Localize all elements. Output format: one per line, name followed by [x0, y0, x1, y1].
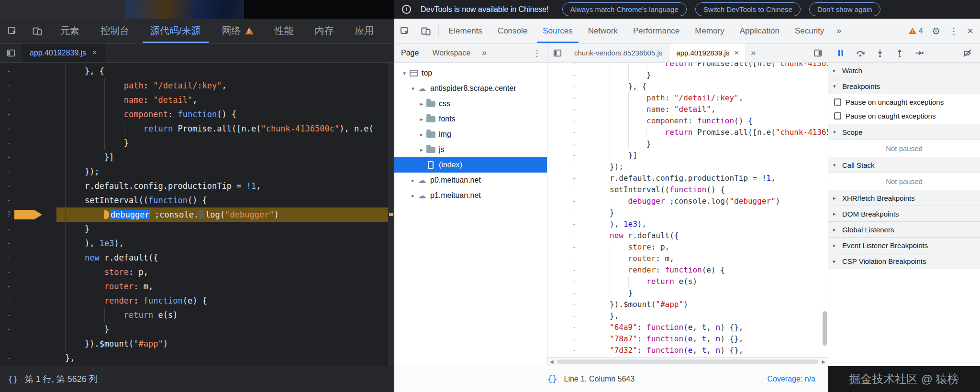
line-gutter[interactable]: - [0, 308, 56, 322]
navigator-overflow-icon[interactable]: » [477, 48, 491, 58]
code-line-7[interactable]: -return Promise.all([n.e("chunk-4136500c… [547, 127, 828, 138]
infobar-button-2[interactable]: Don't show again [809, 2, 880, 16]
line-gutter[interactable]: - [0, 164, 56, 179]
pause-button[interactable] [836, 48, 846, 58]
chevron-right-icon[interactable]: ▸ [417, 131, 426, 138]
navigator-toggle-icon[interactable] [547, 44, 568, 62]
line-gutter[interactable]: - [547, 196, 610, 207]
code-line-5[interactable]: -name: "detail", [547, 104, 828, 115]
code-line-17[interactable]: -store: p, [547, 241, 828, 253]
left-tab-1[interactable]: 控制台 [90, 19, 140, 43]
code-line-1[interactable]: -}, { [0, 64, 394, 78]
code-line-15[interactable]: -store: p, [0, 265, 394, 279]
navigator-menu-icon[interactable]: ⋮ [527, 48, 547, 58]
tab-workspace[interactable]: Workspace [425, 44, 477, 62]
right-tab-1[interactable]: Console [490, 19, 535, 43]
horizontal-scrollbar-thumb[interactable] [557, 359, 819, 364]
scroll-left-arrow[interactable]: ◀ [550, 359, 554, 364]
tree-item-p1-meituan-net[interactable]: ▸☁p1.meituan.net [394, 188, 547, 203]
line-gutter[interactable]: - [547, 253, 610, 264]
code-line-3[interactable]: -}, { [547, 81, 828, 92]
line-gutter[interactable]: - [547, 63, 610, 69]
line-gutter[interactable]: - [547, 92, 610, 104]
code-line-22[interactable]: -}).$mount("#app") [547, 299, 828, 310]
sidebar-section-event-listener-breakpoints[interactable]: ▸Event Listener Breakpoints [828, 238, 980, 253]
file-tab-1[interactable]: app.40192839.js× [669, 44, 746, 62]
code-line-12[interactable]: -} [0, 222, 394, 236]
settings-gear-icon[interactable]: ⚙ [932, 25, 940, 37]
line-gutter[interactable]: - [547, 241, 610, 253]
sidebar-section-watch[interactable]: ▸Watch [828, 63, 980, 78]
tree-item-img[interactable]: ▸img [394, 127, 547, 142]
sidebar-section-call-stack[interactable]: ▾Call Stack [828, 157, 980, 173]
code-line-8[interactable]: -} [547, 138, 828, 150]
chevron-right-icon[interactable]: ▸ [417, 116, 426, 122]
checkbox-pause-on-uncaught-exceptions[interactable]: Pause on uncaught exceptions [828, 95, 980, 109]
code-line-19[interactable]: -} [0, 322, 394, 337]
tree-item-p0-meituan-net[interactable]: ▸☁p0.meituan.net [394, 173, 547, 188]
code-line-2[interactable]: -} [547, 69, 828, 81]
tree-item-top[interactable]: ▾top [394, 65, 547, 81]
checkbox-pause-on-caught-exceptions[interactable]: Pause on caught exceptions [828, 109, 980, 123]
line-gutter[interactable]: - [547, 173, 610, 184]
left-tab-3[interactable]: 网络 [212, 19, 264, 43]
inspect-icon[interactable] [0, 19, 25, 43]
code-line-21[interactable]: -} [547, 287, 828, 299]
code-line-11[interactable]: -r.default.config.productionTip = !1, [547, 173, 828, 184]
step-button[interactable] [914, 48, 924, 58]
line-gutter[interactable]: - [0, 250, 56, 265]
right-tab-3[interactable]: Network [580, 19, 625, 43]
line-gutter[interactable]: - [0, 64, 56, 78]
code-line-10[interactable]: -setInterval((function() { [0, 193, 394, 207]
line-gutter[interactable]: - [0, 236, 56, 250]
line-gutter[interactable]: - [0, 179, 56, 193]
left-code-editor[interactable]: -}, {-path: "/detail/:key",-name: "detai… [0, 63, 394, 366]
sidebar-section-breakpoints[interactable]: ▾Breakpoints [828, 78, 980, 94]
code-line-13[interactable]: -), 1e3), [0, 236, 394, 250]
right-tab-7[interactable]: Security [787, 19, 832, 43]
line-gutter[interactable]: - [0, 121, 56, 136]
line-gutter[interactable]: - [547, 218, 610, 230]
code-line-16[interactable]: -router: m, [0, 279, 394, 294]
sidebar-section-xhr-fetch-breakpoints[interactable]: ▸XHR/fetch Breakpoints [828, 190, 980, 206]
step-out-button[interactable] [895, 48, 904, 58]
line-gutter[interactable]: - [0, 322, 56, 337]
code-line-18[interactable]: -return e(s) [0, 308, 394, 322]
code-line-2[interactable]: -path: "/detail/:key", [0, 78, 394, 93]
tree-item-js[interactable]: ▸js [394, 142, 547, 157]
code-line-4[interactable]: -component: function() { [0, 107, 394, 121]
step-over-button[interactable] [856, 48, 865, 58]
left-tab-0[interactable]: 元素 [50, 19, 90, 43]
left-file-tab[interactable]: app.40192839.js × [22, 44, 105, 62]
code-line-8[interactable]: -}); [0, 164, 394, 179]
kebab-menu-icon[interactable]: ⋮ [949, 25, 958, 37]
line-gutter[interactable]: - [547, 299, 610, 310]
line-gutter[interactable]: - [547, 81, 610, 92]
line-gutter[interactable]: - [0, 78, 56, 93]
code-line-7[interactable]: -}] [0, 150, 394, 164]
chevron-right-icon[interactable]: ▸ [417, 147, 426, 153]
code-line-6[interactable]: -} [0, 136, 394, 150]
left-tab-2[interactable]: 源代码/来源 [140, 19, 212, 43]
line-gutter[interactable]: - [547, 69, 610, 81]
code-line-12[interactable]: -setInterval((function() { [547, 184, 828, 196]
inline-breakpoint-marker-active[interactable] [104, 210, 109, 219]
line-gutter[interactable]: - [0, 265, 56, 279]
code-line-15[interactable]: -), 1e3), [547, 218, 828, 230]
left-tab-4[interactable]: 性能 [264, 19, 304, 43]
code-line-4[interactable]: -path: "/detail/:key", [547, 92, 828, 104]
file-tabs-overflow-icon[interactable]: » [746, 44, 760, 62]
line-gutter[interactable]: - [547, 161, 610, 173]
line-gutter[interactable]: - [0, 93, 56, 107]
line-gutter[interactable]: - [547, 322, 610, 333]
code-line-3[interactable]: -name: "detail", [0, 93, 394, 107]
code-line-13[interactable]: -debugger ;console.log("debugger") [547, 196, 828, 207]
tree-item-fonts[interactable]: ▸fonts [394, 111, 547, 127]
line-gutter[interactable]: - [547, 276, 610, 287]
code-line-19[interactable]: -render: function(e) { [547, 264, 828, 276]
left-tab-5[interactable]: 内存 [304, 19, 345, 43]
line-gutter[interactable]: - [547, 230, 610, 241]
inspect-icon[interactable] [394, 19, 415, 43]
chevron-right-icon[interactable]: ▸ [417, 101, 426, 107]
line-gutter[interactable]: - [0, 107, 56, 121]
